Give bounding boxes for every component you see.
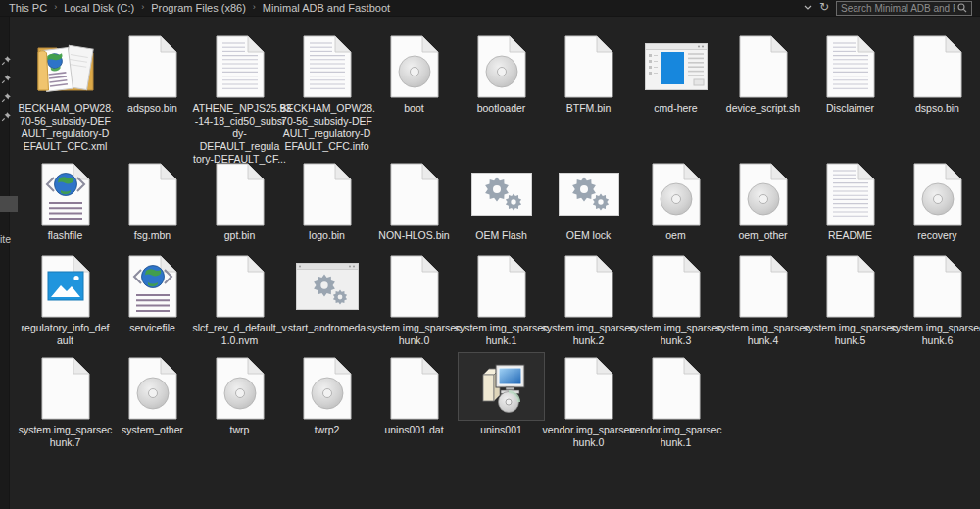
doc-html-icon (22, 162, 109, 227)
doc-blank-icon (632, 254, 719, 319)
doc-blank-icon (196, 254, 283, 319)
explorer-window-icon (632, 34, 719, 99)
file-item[interactable]: twrp2 (283, 356, 370, 449)
pin-icon[interactable] (1, 52, 12, 70)
file-item[interactable]: vendor.img_sparsec hunk.0 (545, 356, 632, 449)
refresh-icon[interactable]: ↻ (819, 1, 829, 13)
file-label: system.img_sparsec hunk.3 (629, 322, 723, 347)
file-item[interactable]: flashfile (22, 162, 109, 242)
navigation-pane-strip: ite (0, 17, 10, 509)
breadcrumb-this-pc[interactable]: This PC (9, 2, 47, 14)
file-label: vendor.img_sparsec hunk.0 (542, 424, 636, 449)
file-item[interactable]: servicefile (109, 254, 196, 347)
file-item[interactable]: unins001.dat (370, 356, 458, 449)
file-label: gpt.bin (193, 229, 287, 242)
file-item[interactable]: dspso.bin (894, 34, 980, 166)
file-item[interactable]: system.img_sparsec hunk.0 (370, 254, 458, 347)
file-item[interactable]: BECKHAM_OPW28. 70-56_subsidy-DEF AULT_re… (22, 34, 109, 166)
search-box[interactable] (836, 1, 972, 16)
breadcrumb-separator-icon: › (253, 2, 256, 12)
file-item[interactable]: Disclaimer (807, 34, 894, 166)
doc-blank-icon (109, 34, 196, 99)
doc-blank-icon (458, 254, 545, 319)
breadcrumb-minimal-adb-and-fastboot[interactable]: Minimal ADB and Fastboot (263, 2, 390, 14)
doc-blank-icon (719, 254, 807, 319)
file-item[interactable]: adspso.bin (109, 34, 196, 166)
file-label: start_andromeda (280, 322, 374, 334)
file-item[interactable]: vendor.img_sparsec hunk.1 (632, 356, 719, 449)
doc-blank-icon (807, 254, 894, 319)
address-dropdown-chevron-icon[interactable] (804, 5, 812, 11)
doc-disc-icon (370, 34, 458, 99)
file-label: NON-HLOS.bin (368, 229, 462, 242)
file-label: BECKHAM_OPW28. 70-56_subsidy-DEF AULT_re… (280, 102, 374, 153)
doc-blank-icon (545, 356, 632, 421)
address-bar: This PC › Local Disk (C:) › Program File… (0, 0, 980, 17)
file-item[interactable]: oem (632, 162, 719, 242)
pin-icon[interactable] (1, 71, 12, 88)
nav-selected-item[interactable] (0, 196, 18, 212)
file-item[interactable]: system.img_sparsec hunk.3 (632, 254, 719, 347)
file-label: twrp (193, 424, 287, 436)
pin-icon[interactable] (1, 89, 12, 107)
file-item[interactable]: system.img_sparsec hunk.2 (545, 254, 632, 347)
file-item[interactable]: OEM Flash (458, 162, 545, 242)
doc-blank-icon (370, 162, 458, 227)
file-grid-row: regulatory_info_def ault servicefileslcf… (22, 254, 980, 347)
file-item[interactable]: start_andromeda (283, 254, 370, 347)
file-item[interactable]: device_script.sh (719, 34, 807, 166)
file-item[interactable]: OEM lock (545, 162, 632, 242)
file-item[interactable]: recovery (894, 162, 980, 242)
file-item[interactable]: cmd-here (632, 34, 719, 166)
search-icon[interactable] (957, 3, 967, 13)
file-label: OEM lock (542, 229, 636, 242)
file-label: servicefile (106, 322, 200, 334)
doc-blank-icon (545, 254, 632, 319)
file-item[interactable]: boot (370, 34, 458, 166)
search-input[interactable] (837, 3, 956, 14)
file-item[interactable]: fsg.mbn (109, 162, 196, 242)
file-item[interactable]: bootloader (458, 34, 545, 166)
file-label: fsg.mbn (106, 229, 200, 242)
file-label: system.img_sparsec hunk.4 (716, 322, 810, 347)
file-item[interactable]: regulatory_info_def ault (22, 254, 109, 347)
doc-disc-icon (458, 34, 545, 99)
file-label: boot (368, 102, 462, 115)
file-item[interactable]: system.img_sparsec hunk.7 (22, 356, 109, 449)
pin-icon[interactable] (1, 108, 12, 126)
file-label: BECKHAM_OPW28. 70-56_subsidy-DEF AULT_re… (19, 102, 113, 153)
file-item[interactable]: BTFM.bin (545, 34, 632, 166)
doc-blank-icon (370, 356, 458, 421)
file-item[interactable]: BECKHAM_OPW28. 70-56_subsidy-DEF AULT_re… (283, 34, 370, 166)
file-item[interactable]: NON-HLOS.bin (370, 162, 458, 242)
file-item[interactable]: twrp (196, 356, 283, 449)
file-item[interactable]: unins001 (458, 356, 545, 449)
file-label: system.img_sparsec hunk.7 (19, 424, 113, 449)
doc-image-icon (22, 254, 109, 319)
doc-blank-icon (370, 254, 458, 319)
file-grid-row: BECKHAM_OPW28. 70-56_subsidy-DEF AULT_re… (22, 34, 980, 166)
file-item[interactable]: gpt.bin (196, 162, 283, 242)
breadcrumb-program-files-x86[interactable]: Program Files (x86) (151, 2, 246, 14)
file-item[interactable]: system_other (109, 356, 196, 449)
gears-panel-icon (545, 162, 632, 227)
file-item[interactable]: README (807, 162, 894, 242)
nav-item-partial-label[interactable]: ite (0, 233, 11, 245)
file-item[interactable]: system.img_sparsec hunk.5 (807, 254, 894, 347)
doc-blank-icon (545, 34, 632, 99)
file-item[interactable]: oem_other (719, 162, 807, 242)
file-item[interactable]: system.img_sparsec hunk.6 (894, 254, 980, 347)
file-item[interactable]: system.img_sparsec hunk.4 (719, 254, 807, 347)
file-item[interactable]: ATHENE_NPJS25.93 -14-18_cid50_subsi dy-D… (196, 34, 283, 166)
file-label: logo.bin (280, 229, 374, 242)
breadcrumb-local-disk-c[interactable]: Local Disk (C:) (64, 2, 134, 14)
doc-text-icon (196, 34, 283, 99)
file-label: unins001.dat (368, 424, 462, 436)
file-item[interactable]: logo.bin (283, 162, 370, 242)
file-label: bootloader (455, 102, 549, 115)
file-grid-row: system.img_sparsec hunk.7 system_other t… (22, 356, 719, 449)
file-item[interactable]: system.img_sparsec hunk.1 (458, 254, 545, 347)
doc-blank-icon (109, 162, 196, 227)
file-item[interactable]: slcf_rev_d_default_v 1.0.nvm (196, 254, 283, 347)
doc-blank-icon (196, 162, 283, 227)
